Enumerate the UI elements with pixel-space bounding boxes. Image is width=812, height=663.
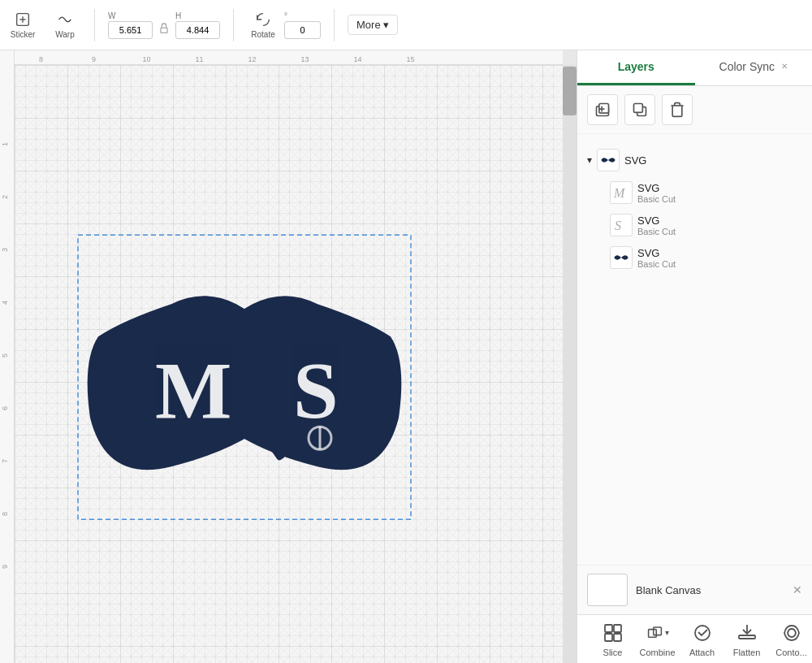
layer-thumb-flags <box>610 246 633 269</box>
svg-rect-3 <box>161 28 167 32</box>
svg-rect-26 <box>739 635 755 639</box>
main-area: 8 9 10 11 12 13 14 15 1 2 3 4 5 6 7 8 <box>0 50 812 663</box>
flatten-tool[interactable]: Flatten <box>724 622 769 657</box>
tab-close-icon[interactable]: ✕ <box>781 62 788 71</box>
ruler-tick: 2 <box>0 171 14 223</box>
svg-point-25 <box>695 626 710 640</box>
tab-layers[interactable]: Layers <box>577 50 695 85</box>
add-layer-button[interactable] <box>587 94 618 125</box>
delete-layer-button[interactable] <box>662 94 693 125</box>
layer-group-header[interactable]: ▾ SVG <box>584 144 806 176</box>
svg-rect-16 <box>634 104 643 113</box>
ruler-tick: 6 <box>0 382 14 435</box>
ruler-tick: 7 <box>0 435 14 488</box>
scrollbar-vertical[interactable] <box>563 65 577 663</box>
separator-2 <box>233 9 234 41</box>
ruler-tick: 5 <box>0 329 14 382</box>
svg-text:M: M <box>613 186 626 200</box>
ruler-tick: 1 <box>0 118 14 171</box>
chevron-down-icon: ▾ <box>383 19 389 31</box>
svg-text:M: M <box>155 345 231 436</box>
warp-tool[interactable]: Warp <box>49 11 81 39</box>
svg-text:S: S <box>615 219 621 232</box>
layers-list[interactable]: ▾ SVG M <box>577 134 812 565</box>
rotate-input[interactable] <box>284 21 321 39</box>
canvas-area[interactable]: 8 9 10 11 12 13 14 15 1 2 3 4 5 6 7 8 <box>0 50 577 663</box>
ruler-tick: 9 <box>67 55 120 64</box>
ruler-tick: 13 <box>279 55 331 64</box>
right-panel: Layers Color Sync ✕ <box>577 50 812 663</box>
layer-group-svg: ▾ SVG M <box>577 141 812 277</box>
ruler-tick: 12 <box>226 55 279 64</box>
ruler-tick: 11 <box>173 55 226 64</box>
slice-icon <box>602 622 624 644</box>
ruler-tick: 9 <box>0 540 14 593</box>
panel-tabs: Layers Color Sync ✕ <box>577 50 812 86</box>
size-h-input-group: H <box>175 11 220 39</box>
grid-canvas[interactable]: M S <box>15 65 563 663</box>
lock-ratio[interactable] <box>158 22 171 35</box>
contour-tool[interactable]: Conto... <box>769 622 812 657</box>
attach-tool[interactable]: Attach <box>680 622 724 657</box>
layer-group-thumb <box>597 149 620 171</box>
svg-rect-22 <box>614 634 621 641</box>
blank-canvas-close-icon[interactable]: ✕ <box>793 583 802 596</box>
separator-1 <box>94 9 95 41</box>
ruler-horizontal: 8 9 10 11 12 13 14 15 <box>0 50 563 65</box>
ruler-tick: 15 <box>384 55 437 64</box>
svg-text:S: S <box>293 345 339 436</box>
ruler-tick: 4 <box>0 276 14 329</box>
svg-rect-19 <box>605 625 612 632</box>
ruler-tick: 10 <box>120 55 173 64</box>
combine-icon: ▾ <box>646 622 669 644</box>
svg-rect-24 <box>653 627 661 635</box>
layer-item[interactable]: M SVG Basic Cut <box>584 176 806 209</box>
scrollbar-thumb[interactable] <box>563 67 577 115</box>
tab-color-sync[interactable]: Color Sync ✕ <box>695 50 813 85</box>
svg-rect-20 <box>614 625 621 632</box>
blank-canvas-section: Blank Canvas ✕ <box>577 565 812 614</box>
layer-item[interactable]: S SVG Basic Cut <box>584 209 806 241</box>
sticker-tool[interactable]: Sticker <box>6 11 39 39</box>
rotate-tool[interactable]: Rotate <box>247 11 279 39</box>
width-input[interactable] <box>108 21 153 39</box>
svg-rect-23 <box>648 629 656 637</box>
bottom-toolbar: Slice ▾ Combine <box>577 614 812 663</box>
ruler-tick: 3 <box>0 223 14 276</box>
top-toolbar: Sticker Warp W H <box>0 0 812 50</box>
art-container[interactable]: M S <box>74 231 415 526</box>
ruler-tick <box>0 65 14 118</box>
separator-3 <box>334 9 335 41</box>
combine-tool[interactable]: ▾ Combine <box>635 622 680 657</box>
chevron-icon: ▾ <box>587 154 592 166</box>
size-w-input-group: W <box>108 11 153 39</box>
attach-icon <box>691 622 714 644</box>
blank-canvas-thumb <box>587 574 628 606</box>
svg-rect-21 <box>605 634 612 641</box>
svg-art[interactable]: M S <box>74 231 415 523</box>
panel-action-icons <box>577 86 812 134</box>
more-button[interactable]: More ▾ <box>348 15 398 35</box>
height-input[interactable] <box>175 21 220 39</box>
slice-tool[interactable]: Slice <box>590 622 635 657</box>
ruler-vertical: 1 2 3 4 5 6 7 8 9 <box>0 50 15 663</box>
layer-thumb-s: S <box>610 214 633 236</box>
contour-icon <box>780 622 803 644</box>
duplicate-layer-button[interactable] <box>624 94 655 125</box>
layer-item[interactable]: SVG Basic Cut <box>584 241 806 274</box>
ruler-tick: 8 <box>15 55 67 64</box>
layer-thumb-m: M <box>610 181 633 204</box>
rotate-input-group: ° <box>284 11 321 39</box>
ruler-tick: 8 <box>0 488 14 540</box>
flatten-icon <box>736 622 758 644</box>
ruler-tick: 14 <box>331 55 384 64</box>
